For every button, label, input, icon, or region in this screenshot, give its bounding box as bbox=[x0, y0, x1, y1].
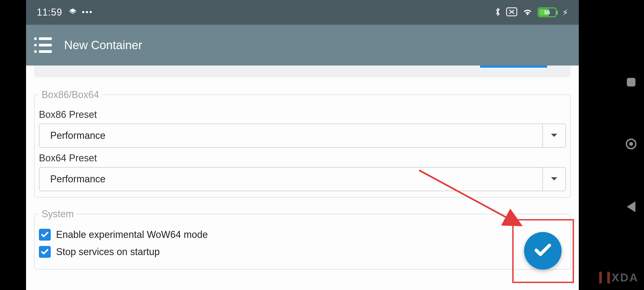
menu-icon[interactable] bbox=[34, 37, 52, 53]
svg-point-2 bbox=[90, 11, 92, 13]
app-bar: New Container bbox=[26, 25, 579, 66]
chevron-down-icon bbox=[542, 168, 565, 191]
svg-point-0 bbox=[82, 11, 84, 13]
stop-services-label: Stop services on startup bbox=[56, 246, 160, 258]
box-presets-group: Box86/Box64 Box86 Preset Performance Box… bbox=[34, 89, 571, 198]
system-group: System Enable experimental WoW64 mode St… bbox=[34, 208, 571, 270]
checkbox-checked-icon bbox=[39, 229, 51, 241]
chevron-down-icon bbox=[542, 124, 565, 147]
box86-preset-select[interactable]: Performance bbox=[39, 124, 566, 148]
box-presets-legend: Box86/Box64 bbox=[39, 89, 102, 100]
android-nav-bar bbox=[618, 70, 644, 220]
box64-preset-select[interactable]: Performance bbox=[39, 167, 566, 191]
clock: 11:59 bbox=[37, 7, 62, 18]
battery-icon: 56 bbox=[538, 8, 557, 17]
wifi-icon bbox=[522, 8, 533, 17]
check-icon bbox=[533, 240, 553, 261]
wow64-checkbox[interactable]: Enable experimental WoW64 mode bbox=[39, 229, 566, 241]
layers-icon bbox=[69, 8, 77, 17]
bluetooth-icon bbox=[494, 7, 501, 18]
stop-services-checkbox[interactable]: Stop services on startup bbox=[39, 246, 566, 258]
content-area: Box86/Box64 Box86 Preset Performance Box… bbox=[26, 66, 579, 270]
recents-button[interactable] bbox=[627, 78, 635, 86]
page-title: New Container bbox=[64, 38, 142, 52]
watermark: XDA bbox=[599, 271, 639, 284]
system-legend: System bbox=[39, 208, 76, 220]
back-button[interactable] bbox=[627, 201, 635, 212]
watermark-text: XDA bbox=[612, 271, 639, 284]
confirm-fab[interactable] bbox=[524, 232, 562, 270]
status-left: 11:59 bbox=[37, 7, 92, 18]
home-button[interactable] bbox=[626, 139, 636, 149]
status-bar: 11:59 56 ⚡︎ bbox=[26, 0, 579, 25]
svg-point-1 bbox=[86, 11, 88, 13]
box86-preset-label: Box86 Preset bbox=[39, 109, 566, 120]
more-icon bbox=[82, 10, 92, 15]
status-right: 56 ⚡︎ bbox=[494, 7, 568, 18]
charging-icon: ⚡︎ bbox=[562, 8, 568, 17]
tab-strip[interactable] bbox=[34, 66, 571, 77]
wow64-label: Enable experimental WoW64 mode bbox=[56, 229, 208, 240]
watermark-logo-icon bbox=[599, 272, 610, 284]
screencast-off-icon bbox=[506, 7, 517, 17]
checkbox-checked-icon bbox=[39, 246, 51, 258]
phone-screen: 11:59 56 ⚡︎ bbox=[26, 0, 579, 290]
box86-preset-value: Performance bbox=[39, 124, 542, 147]
box64-preset-label: Box64 Preset bbox=[39, 153, 566, 164]
box64-preset-value: Performance bbox=[39, 168, 542, 191]
